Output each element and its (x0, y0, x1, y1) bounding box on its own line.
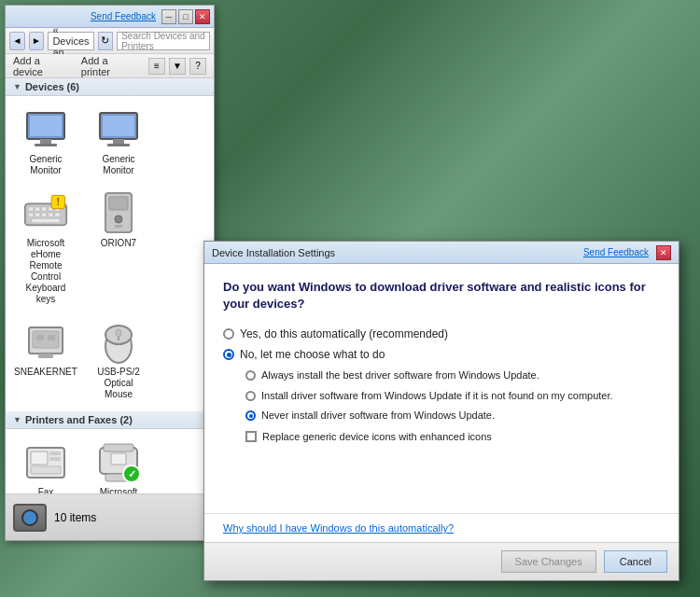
search-bar[interactable]: Search Devices and Printers (117, 32, 210, 50)
svg-rect-44 (111, 453, 126, 465)
fax-icon (23, 440, 68, 485)
xps-icon: ✓ (96, 440, 141, 485)
sneakernet-label: SNEAKERNET (14, 367, 77, 378)
svg-text:✓: ✓ (128, 468, 136, 479)
dialog-titlebar: Device Installation Settings Send Feedba… (204, 242, 679, 264)
sneakernet-icon (23, 320, 68, 365)
device-item-monitor2[interactable]: Generic Monitor (86, 104, 151, 180)
dialog-link-area: Why should I have Windows do this automa… (204, 513, 679, 542)
svg-rect-5 (103, 116, 134, 136)
fax-label: Fax (38, 487, 54, 493)
svg-rect-19 (32, 218, 60, 222)
action-right: ≡ ▼ ? (148, 58, 206, 75)
svg-rect-3 (35, 144, 57, 146)
cancel-button[interactable]: Cancel (604, 550, 667, 573)
dialog-send-feedback[interactable]: Send Feedback (583, 247, 649, 257)
toolbar: ◄ ► « Devices an... ↻ Search Devices and… (6, 28, 214, 54)
address-bar[interactable]: « Devices an... (48, 32, 93, 50)
dialog-close-button[interactable]: ✕ (656, 245, 671, 260)
svg-rect-30 (48, 335, 55, 340)
svg-rect-10 (35, 207, 39, 211)
add-device-link[interactable]: Add a device (13, 55, 70, 77)
devices-section-label: Devices (6) (25, 81, 79, 92)
printers-arrow: ▼ (13, 415, 21, 424)
svg-point-25 (115, 215, 122, 223)
svg-rect-11 (42, 207, 47, 211)
add-printer-link[interactable]: Add a printer (81, 55, 137, 77)
dialog-footer: Save Changes Cancel (204, 542, 679, 580)
svg-rect-24 (109, 197, 128, 210)
radio-yes[interactable] (223, 328, 234, 340)
content-area: ▼ Devices (6) Generic Monitor (6, 78, 214, 493)
view-button[interactable]: ≡ (148, 58, 165, 75)
sub-radio-if-not-found-label: Install driver software from Windows Upd… (261, 389, 613, 403)
printers-grid: Fax ✓ Microsoft XPS Document Writer (6, 429, 214, 493)
device-item-fax[interactable]: Fax (13, 437, 78, 493)
device-item-keyboard[interactable]: ! Microsoft eHome Remote Control Keyboar… (13, 187, 78, 309)
svg-rect-1 (30, 116, 62, 136)
forward-button[interactable]: ► (29, 32, 45, 50)
checkbox-enhanced-label: Replace generic device icons with enhanc… (262, 431, 492, 442)
main-send-feedback[interactable]: Send Feedback (91, 11, 156, 21)
option-no[interactable]: No, let me choose what to do (223, 348, 660, 361)
dialog-title-text: Device Installation Settings (212, 247, 583, 258)
refresh-button[interactable]: ↻ (98, 32, 114, 50)
monitor2-icon (96, 107, 141, 152)
sub-radio-never-label: Never install driver software from Windo… (261, 409, 495, 423)
sub-radio-always-label: Always install the best driver software … (261, 368, 539, 382)
svg-rect-29 (36, 335, 44, 340)
orion7-label: ORION7 (101, 238, 136, 249)
sub-radio-if-not-found[interactable] (245, 391, 256, 401)
back-button[interactable]: ◄ (9, 32, 25, 50)
close-button[interactable]: ✕ (195, 9, 210, 24)
minimize-button[interactable]: ─ (161, 9, 176, 24)
devices-section-header[interactable]: ▼ Devices (6) (6, 78, 214, 96)
sub-radio-never[interactable] (245, 410, 256, 421)
svg-rect-38 (49, 451, 61, 455)
option-yes[interactable]: Yes, do this automatically (recommended) (223, 327, 660, 340)
svg-rect-31 (38, 354, 53, 358)
radio-no[interactable] (223, 349, 234, 360)
svg-rect-42 (104, 444, 133, 451)
device-item-xps[interactable]: ✓ Microsoft XPS Document Writer (86, 437, 151, 493)
svg-rect-9 (28, 207, 33, 211)
device-item-mouse[interactable]: USB-PS/2 Optical Mouse (86, 316, 151, 404)
dialog-device-installation: Device Installation Settings Send Feedba… (203, 241, 679, 581)
help-button[interactable]: ? (189, 58, 206, 75)
maximize-button[interactable]: □ (178, 9, 193, 24)
printers-section-header[interactable]: ▼ Printers and Faxes (2) (6, 411, 214, 429)
main-window: Send Feedback ─ □ ✕ ◄ ► « Devices an... … (5, 5, 215, 541)
svg-rect-14 (28, 213, 33, 216)
device-item-sneakernet[interactable]: SNEAKERNET (13, 316, 78, 404)
svg-rect-7 (107, 144, 130, 146)
svg-rect-26 (115, 225, 122, 228)
address-text: « Devices an... (52, 24, 89, 58)
keyboard-icon: ! (23, 191, 68, 236)
device-item-orion7[interactable]: ORION7 (86, 187, 151, 309)
orion7-icon (96, 191, 141, 236)
checkbox-enhanced[interactable] (245, 431, 257, 442)
sub-option-always[interactable]: Always install the best driver software … (245, 368, 660, 382)
devices-grid: Generic Monitor Generic Monitor (6, 96, 214, 411)
sub-radio-always[interactable] (245, 370, 256, 381)
dialog-content: Do you want Windows to download driver s… (204, 264, 679, 513)
save-changes-button[interactable]: Save Changes (501, 550, 596, 573)
why-link[interactable]: Why should I have Windows do this automa… (223, 522, 454, 534)
view-dropdown[interactable]: ▼ (169, 58, 186, 75)
svg-rect-18 (55, 213, 60, 216)
sub-option-if-not-found[interactable]: Install driver software from Windows Upd… (245, 389, 660, 403)
radio-yes-label: Yes, do this automatically (recommended) (240, 327, 448, 340)
main-title-buttons: ─ □ ✕ (161, 9, 210, 24)
checkbox-enhanced-icons[interactable]: Replace generic device icons with enhanc… (245, 431, 660, 442)
mouse-icon (96, 320, 141, 365)
device-item-monitor1[interactable]: Generic Monitor (13, 104, 78, 180)
sub-option-never[interactable]: Never install driver software from Windo… (245, 409, 660, 423)
search-placeholder: Search Devices and Printers (121, 31, 205, 51)
svg-rect-17 (49, 213, 53, 216)
xps-label: Microsoft XPS Document Writer (90, 487, 147, 493)
printers-section-label: Printers and Faxes (2) (25, 414, 133, 425)
main-titlebar: Send Feedback ─ □ ✕ (6, 6, 214, 28)
status-text: 10 items (54, 511, 96, 524)
camera-icon (13, 504, 47, 532)
svg-text:!: ! (57, 196, 61, 207)
